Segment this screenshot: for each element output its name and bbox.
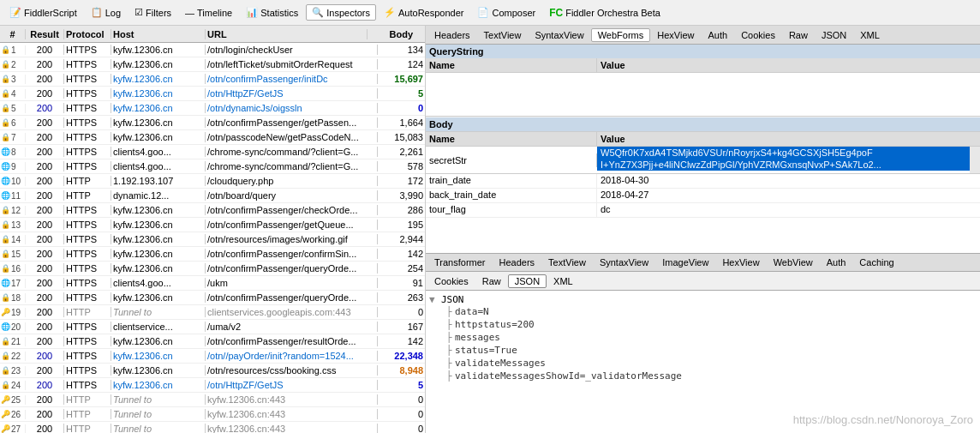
list-item[interactable]: 🔒 16 200 HTTPS kyfw.12306.cn /otn/confir… xyxy=(0,262,425,276)
row-result: 200 xyxy=(26,161,64,171)
list-item[interactable]: 🔒 23 200 HTTPS kyfw.12306.cn /otn/resour… xyxy=(0,364,425,378)
tab-resp-json[interactable]: JSON xyxy=(508,274,547,288)
list-item[interactable]: 🔑 19 200 HTTP Tunnel to clientservices.g… xyxy=(0,305,425,320)
list-item[interactable]: 🌐 11 200 HTTP dynamic.12... /otn/board/q… xyxy=(0,189,425,203)
row-icon: 🔒 xyxy=(1,89,10,98)
row-num: 🔒 3 xyxy=(0,75,26,84)
row-url: /otn/HttpZF/GetJS xyxy=(206,380,378,390)
list-item[interactable]: 🌐 8 200 HTTPS clients4.goo... /chrome-sy… xyxy=(0,145,425,159)
tab-resp-cookies[interactable]: Cookies xyxy=(427,274,475,288)
row-host: kyfw.12306.cn xyxy=(111,117,206,128)
row-number: 11 xyxy=(11,191,21,201)
row-url: /otn/passcodeNew/getPassCodeN... xyxy=(206,132,378,142)
tab-resp-headers[interactable]: Headers xyxy=(493,256,542,269)
list-item[interactable]: 🔑 25 200 HTTP Tunnel to kyfw.12306.cn:44… xyxy=(0,393,425,407)
row-icon: 🔒 xyxy=(1,60,10,69)
list-item[interactable]: 🔒 13 200 HTTPS kyfw.12306.cn /otn/confir… xyxy=(0,218,425,232)
tab-statistics[interactable]: 📊 Statistics xyxy=(240,4,304,21)
row-number: 20 xyxy=(11,322,21,332)
list-item[interactable]: 🔒 3 200 HTTPS kyfw.12306.cn /otn/confirm… xyxy=(0,72,425,87)
tab-resp-hexview[interactable]: HexView xyxy=(715,256,766,269)
row-host: clients4.goo... xyxy=(111,147,206,157)
tab-syntaxview[interactable]: SyntaxView xyxy=(528,28,590,42)
json-root-arrow[interactable]: ▼ xyxy=(429,294,439,305)
list-item[interactable]: 🔒 5 200 HTTPS kyfw.12306.cn /otn/dynamic… xyxy=(0,101,425,116)
tab-resp-caching[interactable]: Caching xyxy=(852,256,900,269)
list-item[interactable]: 🔑 26 200 HTTP Tunnel to kyfw.12306.cn:44… xyxy=(0,407,425,422)
row-host: kyfw.12306.cn xyxy=(111,351,206,361)
tab-hexview[interactable]: HexView xyxy=(650,28,701,42)
list-item[interactable]: 🔒 6 200 HTTPS kyfw.12306.cn /otn/confirm… xyxy=(0,116,425,130)
list-item[interactable]: 🌐 20 200 HTTPS clientservice... /uma/v2 … xyxy=(0,320,425,334)
list-item[interactable]: 🔒 15 200 HTTPS kyfw.12306.cn /otn/confir… xyxy=(0,247,425,262)
col-header-body: Body xyxy=(368,29,415,39)
tab-headers[interactable]: Headers xyxy=(427,28,477,42)
row-result: 200 xyxy=(26,103,64,113)
body-row-traindate[interactable]: train_date 2018-04-30 xyxy=(426,174,980,189)
request-list[interactable]: 🔒 1 200 HTTPS kyfw.12306.cn /otn/login/c… xyxy=(0,43,425,433)
tab-resp-webview[interactable]: WebView xyxy=(767,256,820,269)
body-cell-traindate-name: train_date xyxy=(426,174,597,188)
tab-resp-raw[interactable]: Raw xyxy=(475,274,508,288)
body-row-tourflag[interactable]: tour_flag dc xyxy=(426,203,980,218)
row-number: 10 xyxy=(11,177,21,186)
row-url: /otn/resources/images/working.gif xyxy=(206,234,378,244)
row-body: 124 xyxy=(378,59,425,69)
row-url: /otn/confirmPassenger/initDc xyxy=(206,74,378,84)
tab-resp-imageview[interactable]: ImageView xyxy=(655,256,715,269)
list-item[interactable]: 🔑 27 200 HTTP Tunnel to kyfw.12306.cn:44… xyxy=(0,422,425,433)
body-row-secretstr[interactable]: secretStr W5Qfr0K7xdA4TSMjkd6VSUr/nRoyrj… xyxy=(426,147,980,174)
list-item[interactable]: 🔒 14 200 HTTPS kyfw.12306.cn /otn/resour… xyxy=(0,232,425,247)
tab-transformer[interactable]: Transformer xyxy=(427,256,493,269)
tab-fiddlerscript[interactable]: 📝 FiddlerScript xyxy=(3,4,83,21)
tab-autoresponder[interactable]: ⚡ AutoResponder xyxy=(378,4,469,21)
tab-fiddlerorchestra[interactable]: FC Fiddler Orchestra Beta xyxy=(543,4,666,21)
tab-resp-xml[interactable]: XML xyxy=(547,274,580,288)
row-num: 🔑 25 xyxy=(0,395,26,405)
row-icon: 🌐 xyxy=(1,147,10,156)
tab-raw[interactable]: Raw xyxy=(782,28,815,42)
tab-webforms[interactable]: WebForms xyxy=(591,28,651,42)
list-item[interactable]: 🔒 22 200 HTTPS kyfw.12306.cn /otn//payOr… xyxy=(0,349,425,364)
row-number: 22 xyxy=(11,352,21,361)
row-num: 🌐 8 xyxy=(0,147,26,157)
row-num: 🔒 23 xyxy=(0,366,26,376)
row-result: 200 xyxy=(26,176,64,186)
row-result: 200 xyxy=(26,234,64,244)
list-item[interactable]: 🔒 12 200 HTTPS kyfw.12306.cn /otn/confir… xyxy=(0,203,425,218)
tab-composer[interactable]: 📄 Composer xyxy=(471,4,541,21)
tab-log[interactable]: 📋 Log xyxy=(85,4,127,21)
list-item[interactable]: 🔒 21 200 HTTPS kyfw.12306.cn /otn/confir… xyxy=(0,334,425,349)
list-item[interactable]: 🔒 4 200 HTTPS kyfw.12306.cn /otn/HttpZF/… xyxy=(0,87,425,101)
tab-cookies[interactable]: Cookies xyxy=(734,28,782,42)
tab-inspectors[interactable]: 🔍 Inspectors xyxy=(306,4,376,21)
list-item[interactable]: 🌐 9 200 HTTPS clients4.goo... /chrome-sy… xyxy=(0,159,425,174)
list-item[interactable]: 🌐 10 200 HTTP 1.192.193.107 /cloudquery.… xyxy=(0,174,425,189)
body-row-backtraindate[interactable]: back_train_date 2018-04-27 xyxy=(426,189,980,203)
row-num: 🔑 19 xyxy=(0,308,26,317)
list-item[interactable]: 🔒 18 200 HTTPS kyfw.12306.cn /otn/confir… xyxy=(0,291,425,305)
list-item[interactable]: 🌐 17 200 HTTPS clients4.goo... /ukm 91 xyxy=(0,276,425,291)
tab-resp-auth[interactable]: Auth xyxy=(820,256,853,269)
row-num: 🔒 4 xyxy=(0,89,26,99)
list-item[interactable]: 🔒 7 200 HTTPS kyfw.12306.cn /otn/passcod… xyxy=(0,130,425,145)
tree-key: validateMessages xyxy=(455,358,546,369)
body-cell-secretstr-name: secretStr xyxy=(426,153,597,167)
row-num: 🌐 17 xyxy=(0,279,26,288)
tab-resp-syntaxview[interactable]: SyntaxView xyxy=(593,256,655,269)
list-item[interactable]: 🔒 2 200 HTTPS kyfw.12306.cn /otn/leftTic… xyxy=(0,57,425,72)
tab-timeline[interactable]: — Timeline xyxy=(179,5,238,21)
row-num: 🔒 6 xyxy=(0,118,26,128)
tab-xml[interactable]: XML xyxy=(853,28,887,42)
tab-auth[interactable]: Auth xyxy=(702,28,735,42)
tab-json[interactable]: JSON xyxy=(815,28,853,42)
row-host: clientservice... xyxy=(111,322,206,332)
tab-textview[interactable]: TextView xyxy=(477,28,529,42)
row-body: 2,944 xyxy=(378,234,425,244)
tab-resp-textview[interactable]: TextView xyxy=(541,256,593,269)
querystring-body xyxy=(426,73,980,116)
row-num: 🔒 2 xyxy=(0,60,26,69)
list-item[interactable]: 🔒 1 200 HTTPS kyfw.12306.cn /otn/login/c… xyxy=(0,43,425,57)
list-item[interactable]: 🔒 24 200 HTTPS kyfw.12306.cn /otn/HttpZF… xyxy=(0,378,425,393)
tab-filters[interactable]: ☑ Filters xyxy=(128,4,177,21)
